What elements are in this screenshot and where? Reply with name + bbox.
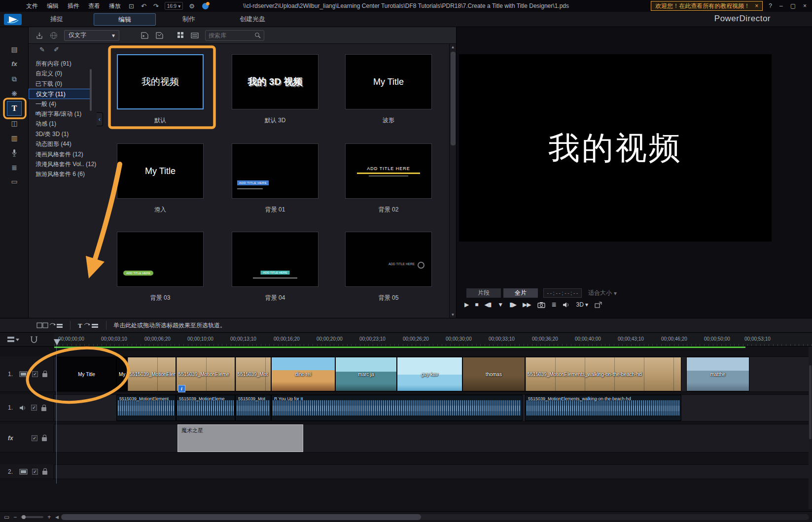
- close-button[interactable]: ×: [802, 2, 808, 9]
- play-button[interactable]: ▶: [464, 301, 468, 308]
- timecode-display[interactable]: - - ; - - ; - - ; - -: [543, 288, 582, 298]
- template-thumb[interactable]: My Title: [345, 54, 432, 109]
- template-card-bg05[interactable]: ADD TITLE HERE 背景 05: [345, 232, 432, 302]
- scroll-up-icon[interactable]: ▲: [450, 45, 456, 49]
- timeline-clip[interactable]: matthe: [686, 357, 749, 391]
- clip-mode-button[interactable]: 片段: [466, 288, 501, 298]
- pen-icon[interactable]: ✎: [39, 46, 45, 53]
- zoom-in-button[interactable]: +: [47, 514, 51, 521]
- category-item-selected[interactable]: 仅文字 (11): [29, 89, 92, 99]
- media-room-button[interactable]: ▤: [0, 43, 29, 56]
- category-item[interactable]: 动态图形 (44): [29, 139, 92, 149]
- aspect-ratio-select[interactable]: 16:9 ▾: [165, 2, 183, 10]
- tab-produce[interactable]: 制作: [159, 13, 219, 26]
- library-scrollbar[interactable]: ▲ ▼: [449, 44, 456, 318]
- lock-icon[interactable]: [42, 437, 47, 441]
- scrollbar-thumb[interactable]: [809, 365, 812, 439]
- library-filter-dropdown[interactable]: 仅文字 ▾: [64, 30, 119, 41]
- fit-size-dropdown[interactable]: 适合大小 ▾: [588, 289, 617, 297]
- undock-preview-icon[interactable]: [595, 302, 602, 308]
- timeline-clip[interactable]: 5515039_MotionElement: [127, 357, 176, 391]
- new-title-icon[interactable]: [141, 32, 149, 39]
- scrollbar-thumb[interactable]: [451, 52, 456, 145]
- preview-quality-list-icon[interactable]: ≣: [552, 301, 556, 308]
- timeline-clip[interactable]: 5515039_Mot: [235, 357, 271, 391]
- category-item[interactable]: 鸣谢字幕/滚动 (1): [29, 109, 92, 119]
- effect-track-lane[interactable]: [54, 424, 812, 452]
- template-thumb[interactable]: 我的视频: [117, 54, 204, 109]
- settings-gear-icon[interactable]: ⚙: [185, 2, 198, 10]
- redo-icon[interactable]: ↷: [150, 2, 162, 10]
- track-enable-checkbox[interactable]: ✓: [32, 435, 37, 441]
- timeline-audio-clip[interactable]: 5515039_MotionEleme: [176, 395, 235, 421]
- timeline-clip-my-title[interactable]: My Title: [57, 357, 116, 391]
- help-button[interactable]: ?: [767, 2, 774, 9]
- scrollbar-thumb[interactable]: [61, 514, 421, 520]
- library-search-box[interactable]: [205, 30, 264, 41]
- template-thumb[interactable]: ADD TITLE HERE: [232, 232, 318, 287]
- scroll-down-icon[interactable]: ▼: [450, 313, 456, 317]
- menu-file[interactable]: 文件: [22, 2, 42, 10]
- tab-edit[interactable]: 编辑: [94, 13, 156, 26]
- next-frame-button[interactable]: ▮▶: [509, 301, 516, 308]
- fast-forward-button[interactable]: ▶▶: [523, 301, 530, 308]
- lock-icon[interactable]: [41, 407, 46, 411]
- tab-capture[interactable]: 捕捉: [27, 13, 86, 26]
- template-card-wave[interactable]: My Title 波形: [345, 54, 432, 125]
- chapter-room-button[interactable]: ≣: [0, 161, 29, 174]
- effect-room-button[interactable]: fx: [0, 58, 29, 70]
- category-item[interactable]: 所有内容 (91): [29, 59, 92, 69]
- track-enable-checkbox[interactable]: ✓: [32, 469, 38, 475]
- banner-close-icon[interactable]: ×: [755, 2, 758, 9]
- timeline-clip[interactable]: guy kav: [397, 357, 462, 391]
- template-card-bg03[interactable]: ADD TITLE HERE 背景 03: [117, 232, 204, 302]
- timeline-horizontal-scrollbar[interactable]: [61, 514, 809, 520]
- category-item[interactable]: 浪漫风格套件 Vol.. (12): [29, 159, 92, 169]
- range-select-icon[interactable]: [30, 336, 38, 344]
- category-item[interactable]: 3D/类 3D (1): [29, 129, 92, 139]
- zoom-slider[interactable]: [21, 516, 43, 518]
- stamp-icon[interactable]: ✐: [54, 46, 59, 53]
- audio-mixing-room-button[interactable]: ▥: [0, 132, 29, 144]
- menu-plugins[interactable]: 插件: [63, 2, 84, 10]
- template-thumb[interactable]: 我的 3D 视频: [232, 54, 318, 109]
- category-item[interactable]: 一般 (4): [29, 99, 92, 109]
- maximize-button[interactable]: ▢: [789, 2, 797, 9]
- menu-edit[interactable]: 编辑: [42, 2, 63, 10]
- timeline-audio-clip[interactable]: 5515039_MotionElements_walking-on-the-be…: [525, 395, 681, 421]
- collapse-panel-button[interactable]: ‹: [97, 112, 103, 126]
- title-to-track-icon[interactable]: T: [77, 321, 99, 330]
- timeline-audio-clip[interactable]: 5515039_MotionElement: [116, 395, 176, 421]
- timeline-clip[interactable]: marc ja: [335, 357, 397, 391]
- timeline-effect-clip[interactable]: 魔术之星: [177, 424, 303, 452]
- notification-bell-icon[interactable]: [202, 3, 209, 9]
- zoom-out-button[interactable]: −: [13, 514, 17, 521]
- category-scrollbar[interactable]: [90, 69, 92, 111]
- stop-button[interactable]: ■: [475, 301, 478, 308]
- template-card-default-3d[interactable]: 我的 3D 视频 默认 3D: [232, 54, 318, 125]
- template-card-default[interactable]: 我的视频 默认: [117, 54, 204, 125]
- video-track-2-lane[interactable]: [54, 464, 812, 479]
- category-item[interactable]: 漫画风格套件 (12): [29, 149, 92, 159]
- category-item[interactable]: 自定义 (0): [29, 69, 92, 78]
- search-icon[interactable]: [254, 32, 261, 38]
- category-item[interactable]: 旅游风格套件 6 (6): [29, 169, 92, 179]
- volume-speaker-icon[interactable]: [563, 302, 570, 308]
- zoom-slider-thumb[interactable]: [22, 515, 26, 519]
- undo-icon[interactable]: ↶: [138, 2, 150, 10]
- timeline-clip[interactable]: dino rei: [271, 357, 335, 391]
- template-card-slide-in[interactable]: My Title 滑入: [117, 143, 204, 214]
- duplicate-title-icon[interactable]: [155, 32, 164, 39]
- timeline-audio-clip[interactable]: 5515039_Mot: [235, 395, 271, 421]
- detail-view-icon[interactable]: [191, 32, 199, 39]
- template-thumb[interactable]: ADD TITLE HERE: [232, 143, 318, 199]
- voice-over-room-button[interactable]: [0, 146, 29, 159]
- template-card-bg04[interactable]: ADD TITLE HERE 背景 04: [232, 232, 318, 302]
- timeline-clip[interactable]: My Tr: [116, 357, 127, 391]
- transition-room-button[interactable]: ◫: [0, 117, 29, 130]
- menu-view[interactable]: 查看: [84, 2, 105, 10]
- directorzone-globe-icon[interactable]: [50, 32, 58, 39]
- movie-mode-button[interactable]: 全片: [503, 288, 538, 298]
- search-input[interactable]: [209, 32, 252, 39]
- previous-frame-button[interactable]: ◀▮: [484, 301, 491, 308]
